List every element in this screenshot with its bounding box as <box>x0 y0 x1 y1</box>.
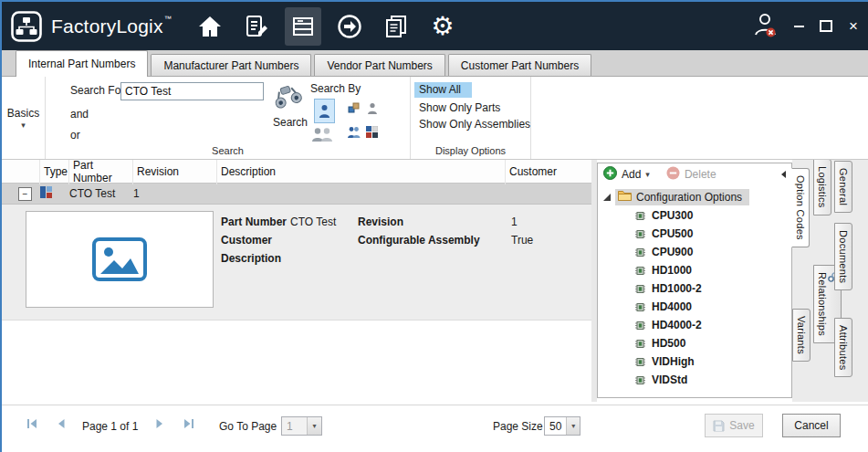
list-item[interactable]: CPU900 <box>598 243 791 261</box>
delete-button[interactable]: Delete <box>685 168 716 181</box>
option-code-icon <box>634 266 646 276</box>
search-by-part-icon[interactable] <box>314 99 335 123</box>
first-page-icon[interactable] <box>26 417 40 432</box>
delete-icon <box>666 166 680 183</box>
column-header-part-number[interactable]: Part Number <box>69 159 133 184</box>
last-page-icon[interactable] <box>183 417 197 432</box>
page-size-label: Page Size <box>493 420 543 433</box>
tree-expander-icon[interactable] <box>603 194 611 201</box>
tab-manufacturer-part-numbers[interactable]: Manufacturer Part Numbers <box>151 54 311 76</box>
production-module-icon[interactable] <box>331 7 368 46</box>
folder-icon <box>618 190 632 204</box>
list-item[interactable]: CPU300 <box>598 206 791 225</box>
column-header-type[interactable]: Type <box>40 159 69 184</box>
page-count-label: Page 1 of 1 <box>82 420 138 433</box>
tree-root-label: Configuration Options <box>636 191 742 204</box>
part-image-placeholder[interactable] <box>26 211 214 308</box>
customer-label: Customer <box>221 234 290 247</box>
tab-general[interactable]: General <box>834 161 852 213</box>
user-account-icon[interactable] <box>753 11 779 41</box>
basics-caret-icon: ▾ <box>21 122 26 129</box>
search-by-assembly-icon[interactable] <box>347 101 361 115</box>
search-button-label[interactable]: Search <box>270 116 310 129</box>
maximize-button[interactable] <box>819 19 833 34</box>
option-code-icon <box>634 339 646 349</box>
list-item[interactable]: CPU500 <box>598 225 791 243</box>
minimize-button[interactable] <box>791 19 806 34</box>
basics-group[interactable]: Basics ▾ <box>2 77 46 159</box>
tab-documents[interactable]: Documents <box>834 223 852 290</box>
save-floppy-icon <box>713 420 725 432</box>
tab-vendor-part-numbers[interactable]: Vendor Part Numbers <box>314 54 444 76</box>
grid-header-row: Type Part Number Revision Description Cu… <box>2 159 591 184</box>
parts-module-icon[interactable] <box>285 7 321 46</box>
search-by-vendor-icon[interactable] <box>347 125 361 139</box>
list-item[interactable]: HD1000 <box>598 261 791 279</box>
show-only-parts-option[interactable]: Show Only Parts <box>419 101 500 114</box>
list-item[interactable]: HD4000-2 <box>598 316 791 334</box>
search-by-manufacturer-icon[interactable] <box>365 101 379 115</box>
revision-value: 1 <box>511 215 584 228</box>
configurable-assembly-label: Configurable Assembly <box>358 234 511 247</box>
close-button[interactable]: × <box>846 19 861 34</box>
cancel-button[interactable]: Cancel <box>782 414 841 437</box>
save-button[interactable]: Save <box>705 414 763 437</box>
chevron-down-icon[interactable]: ▾ <box>307 417 321 435</box>
option-code-icon <box>634 211 646 221</box>
part-detail-panel: Part Number CTO Test Revision 1 Customer… <box>2 205 591 321</box>
list-item[interactable]: HD4000 <box>598 298 791 316</box>
row-collapse-toggle[interactable]: − <box>18 187 32 201</box>
add-button[interactable]: Add <box>622 168 641 181</box>
tab-option-codes[interactable]: Option Codes <box>791 168 810 247</box>
tab-variants[interactable]: Variants <box>792 309 810 362</box>
list-item[interactable]: HD500 <box>598 334 791 352</box>
pager-bar: Page 1 of 1 Go To Page 1 ▾ Page Size 50 … <box>2 405 868 452</box>
configuration-options-tree: Configuration Options CPU300 CPU500 CPU9… <box>598 185 791 389</box>
customer-value <box>290 234 358 247</box>
display-options-section-label: Display Options <box>411 145 530 156</box>
search-by-customer-icon[interactable] <box>365 125 379 139</box>
column-header-customer[interactable]: Customer <box>506 159 591 184</box>
go-to-page-combo[interactable]: 1 ▾ <box>281 416 322 436</box>
tab-logistics[interactable]: Logistics <box>813 159 831 215</box>
part-number-value: CTO Test <box>290 215 358 228</box>
revision-label: Revision <box>358 215 511 228</box>
column-header-description[interactable]: Description <box>217 159 506 184</box>
list-item[interactable]: VIDStd <box>598 371 791 389</box>
reports-module-icon[interactable] <box>378 7 414 46</box>
home-module-icon[interactable] <box>192 7 228 46</box>
add-caret-icon[interactable]: ▾ <box>645 172 650 178</box>
search-for-input[interactable] <box>120 82 264 100</box>
option-code-icon <box>634 284 646 294</box>
option-codes-panel: Add ▾ Delete Configuration Options <box>597 163 792 398</box>
basics-label: Basics <box>7 107 39 120</box>
or-label: or <box>70 129 80 142</box>
column-header-revision[interactable]: Revision <box>133 159 217 184</box>
row-revision: 1 <box>133 187 217 200</box>
list-item[interactable]: VIDHigh <box>598 352 791 371</box>
option-codes-toolbar: Add ▾ Delete <box>598 163 791 185</box>
next-page-icon[interactable] <box>153 417 168 432</box>
show-only-assemblies-option[interactable]: Show Only Assemblies <box>419 118 530 131</box>
configurable-assembly-value: True <box>511 234 584 247</box>
show-all-option[interactable]: Show All <box>414 83 472 96</box>
collapse-panel-icon[interactable] <box>781 171 786 178</box>
row-part-number: CTO Test <box>69 187 133 200</box>
search-by-group-icon[interactable] <box>311 127 333 145</box>
tab-customer-part-numbers[interactable]: Customer Part Numbers <box>448 54 591 76</box>
settings-module-icon[interactable]: ⚙ <box>424 7 461 46</box>
npi-module-icon[interactable] <box>238 7 275 46</box>
previous-page-icon[interactable] <box>55 417 69 432</box>
titlebar-right: × <box>753 2 861 50</box>
tree-root-node[interactable]: Configuration Options <box>598 188 791 206</box>
tab-attributes[interactable]: Attributes <box>834 318 852 377</box>
table-row[interactable]: − CTO Test 1 <box>2 184 591 205</box>
add-icon[interactable] <box>603 166 617 183</box>
page-size-combo[interactable]: 50 ▾ <box>544 416 580 436</box>
search-binoculars-icon[interactable] <box>272 83 303 113</box>
chevron-down-icon[interactable]: ▾ <box>566 417 580 435</box>
side-tab-area: Option Codes Variants Logistics Relation… <box>792 159 868 402</box>
list-item[interactable]: HD1000-2 <box>598 279 791 298</box>
tab-internal-part-numbers[interactable]: Internal Part Numbers <box>16 50 148 77</box>
search-group: Search For and or Search Search By <box>46 77 411 159</box>
